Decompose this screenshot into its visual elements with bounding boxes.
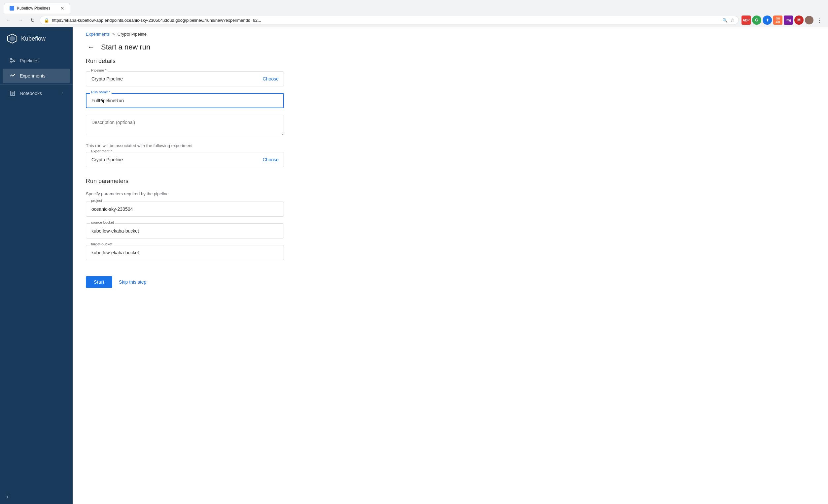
sidebar-item-notebooks[interactable]: Notebooks ↗ [3, 86, 70, 101]
tab-bar: Kubeflow Pipelines ✕ [0, 0, 828, 13]
pipelines-icon [9, 57, 16, 64]
form-area: Run details Pipeline * Choose Run name * [73, 58, 828, 301]
start-button[interactable]: Start [86, 276, 112, 288]
sidebar-item-experiments[interactable]: Experiments [3, 68, 70, 83]
breadcrumb: Experiments > Crypto Pipeline [73, 27, 828, 39]
main-content: Experiments > Crypto Pipeline ← Start a … [73, 27, 828, 504]
bookmark-icon[interactable]: ☆ [730, 17, 735, 23]
target-bucket-field-group: target-bucket [86, 245, 284, 260]
run-details-title: Run details [86, 58, 815, 65]
source-bucket-field-label: source-bucket [90, 220, 115, 224]
blue-extension[interactable]: ⬆ [762, 15, 772, 25]
sidebar-logo-text: Kubeflow [21, 35, 46, 42]
project-field-label: project [90, 198, 104, 202]
run-parameters-title: Run parameters [86, 178, 815, 185]
page-title: Start a new run [101, 43, 150, 51]
browser-chrome: Kubeflow Pipelines ✕ ← → ↻ 🔒 🔍 ☆ ABP G ⬆… [0, 0, 828, 27]
experiment-choose-button[interactable]: Choose [263, 157, 279, 162]
sidebar-item-pipelines[interactable]: Pipelines [3, 53, 70, 68]
experiment-input[interactable] [86, 152, 284, 167]
skip-button[interactable]: Skip this step [119, 276, 146, 288]
experiments-icon [9, 73, 16, 79]
svg-point-3 [13, 60, 15, 62]
run-details-section: Run details Pipeline * Choose Run name * [86, 58, 815, 167]
tab-close-icon[interactable]: ✕ [60, 6, 65, 11]
breadcrumb-separator: > [112, 32, 115, 37]
sidebar-logo: Kubeflow [0, 27, 73, 50]
back-nav-button[interactable]: ← [4, 15, 13, 25]
notebooks-icon [9, 90, 16, 97]
source-bucket-input[interactable] [86, 223, 284, 238]
adblock-extension[interactable]: ABP [742, 15, 751, 25]
experiment-field-label: Experiment * [90, 149, 113, 153]
experiment-field-group: Experiment * Choose [86, 152, 284, 167]
browser-toolbar: ← → ↻ 🔒 🔍 ☆ ABP G ⬆ GitZip Img M ⋮ [0, 13, 828, 27]
svg-line-6 [12, 61, 13, 62]
run-name-field-group: Run name * [86, 93, 284, 108]
forward-nav-button[interactable]: → [16, 15, 25, 25]
kubeflow-logo-icon [7, 33, 18, 44]
run-parameters-section: Run parameters Specify parameters requir… [86, 178, 815, 260]
description-field-group [86, 115, 284, 137]
reload-button[interactable]: ↻ [28, 15, 37, 25]
svg-marker-1 [9, 36, 15, 41]
sidebar-divider [0, 84, 73, 85]
source-bucket-field-group: source-bucket [86, 223, 284, 238]
sidebar-collapse-button[interactable]: ‹ [0, 489, 73, 504]
pipeline-choose-button[interactable]: Choose [263, 76, 279, 82]
address-bar[interactable]: 🔒 🔍 ☆ [40, 16, 739, 25]
svg-line-5 [12, 59, 13, 61]
collapse-icon: ‹ [7, 493, 9, 500]
svg-point-2 [10, 58, 12, 60]
back-button[interactable]: ← [86, 42, 96, 52]
pipeline-field-group: Pipeline * Choose [86, 71, 284, 86]
param-note: Specify parameters required by the pipel… [86, 191, 815, 196]
chrome-menu-button[interactable]: ⋮ [815, 15, 824, 25]
experiment-note: This run will be associated with the fol… [86, 143, 815, 148]
breadcrumb-experiments-link[interactable]: Experiments [86, 32, 110, 37]
notebooks-label: Notebooks [20, 91, 42, 96]
target-bucket-field-label: target-bucket [90, 242, 114, 246]
gitzip-extension[interactable]: GitZip [773, 15, 782, 25]
tab-favicon [9, 6, 14, 10]
notebooks-external-icon: ↗ [60, 91, 64, 96]
tab-title: Kubeflow Pipelines [17, 6, 50, 10]
target-bucket-input[interactable] [86, 245, 284, 260]
page-header: ← Start a new run [73, 39, 828, 58]
search-icon: 🔍 [722, 18, 728, 23]
run-name-field-label: Run name * [90, 90, 112, 94]
google-extension[interactable]: G [752, 15, 761, 25]
run-name-input[interactable] [86, 93, 284, 108]
back-arrow-icon: ← [87, 43, 95, 51]
app-container: Kubeflow Pipelines [0, 27, 828, 504]
project-input[interactable] [86, 201, 284, 217]
experiments-label: Experiments [20, 73, 46, 79]
m-extension[interactable]: M [794, 15, 803, 25]
url-input[interactable] [52, 18, 720, 23]
svg-point-4 [10, 62, 12, 63]
browser-extensions: ABP G ⬆ GitZip Img M ⋮ [742, 15, 824, 25]
lock-icon: 🔒 [44, 18, 49, 23]
project-field-group: project [86, 201, 284, 217]
sidebar: Kubeflow Pipelines [0, 27, 73, 504]
pipelines-label: Pipelines [20, 58, 39, 63]
actions-bar: Start Skip this step [86, 271, 815, 288]
pipeline-input[interactable] [86, 71, 284, 86]
breadcrumb-current: Crypto Pipeline [118, 32, 147, 37]
description-input[interactable] [86, 115, 284, 135]
sidebar-nav: Pipelines Experiments [0, 50, 73, 489]
img-extension[interactable]: Img [784, 15, 793, 25]
active-tab[interactable]: Kubeflow Pipelines ✕ [4, 3, 70, 13]
pipeline-field-label: Pipeline * [90, 68, 108, 72]
user-avatar[interactable] [805, 16, 814, 25]
